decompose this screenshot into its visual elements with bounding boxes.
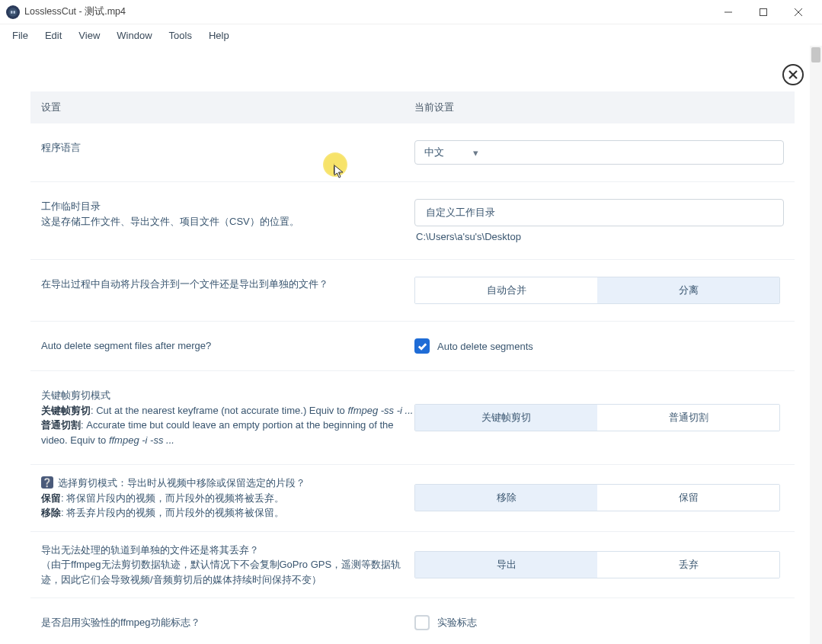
settings-panel: 设置 当前设置 程序语言 中文 ▾ 工作临时目录 这是存储工作文件、导出文件、项… <box>30 91 795 644</box>
keyframe-opt-normal[interactable]: 普通切割 <box>597 405 779 431</box>
header-current-label: 当前设置 <box>414 101 788 114</box>
keyframe-bold1: 关键帧剪切 <box>41 405 91 416</box>
extract-label: 导出无法处理的轨道到单独的文件还是将其丢弃？ <box>41 543 414 558</box>
keyframe-heading: 关键帧剪切模式 <box>41 388 414 403</box>
keyframe-italic2: ffmpeg -i -ss ... <box>109 434 174 446</box>
app-icon <box>6 5 20 19</box>
autodelete-checkbox[interactable] <box>414 338 430 354</box>
menu-bar: File Edit View Window Tools Help <box>0 24 822 46</box>
autodelete-label: Auto delete segment files after merge? <box>41 338 414 354</box>
row-extract: 导出无法处理的轨道到单独的文件还是将其丢弃？ （由于ffmpeg无法剪切数据轨迹… <box>30 532 795 599</box>
chevron-down-icon: ▾ <box>473 147 478 159</box>
row-cutmode: ❔ 选择剪切模式：导出时从视频中移除或保留选定的片段？ 保留: 将保留片段内的视… <box>30 465 795 532</box>
workdir-button[interactable]: 自定义工作目录 <box>414 199 784 226</box>
header-settings-label: 设置 <box>41 101 414 114</box>
language-select[interactable]: 中文 ▾ <box>414 140 784 165</box>
language-label: 程序语言 <box>41 140 414 155</box>
window-controls <box>711 1 816 24</box>
row-automerge: 在导出过程中自动将片段合并到一个文件还是导出到单独的文件？ 自动合并 分离 <box>30 260 795 322</box>
row-language: 程序语言 中文 ▾ <box>30 123 795 182</box>
automerge-opt-separate[interactable]: 分离 <box>597 277 779 303</box>
maximize-button[interactable] <box>746 1 781 24</box>
menu-help[interactable]: Help <box>201 27 237 44</box>
cutmode-opt-remove[interactable]: 移除 <box>415 485 597 511</box>
settings-header: 设置 当前设置 <box>30 91 795 123</box>
workdir-label: 工作临时目录 <box>41 199 414 214</box>
cutmode-bold2: 移除 <box>41 507 61 518</box>
workdir-desc: 这是存储工作文件、导出文件、项目文件（CSV）的位置。 <box>41 214 414 229</box>
automerge-label: 在导出过程中自动将片段合并到一个文件还是导出到单独的文件？ <box>41 277 414 292</box>
workdir-path: C:\Users\a'su's\Desktop <box>414 231 784 242</box>
cutmode-text2: : 将丢弃片段内的视频，而片段外的视频将被保留。 <box>61 507 284 518</box>
menu-view[interactable]: View <box>71 27 107 44</box>
extract-desc: （由于ffmpeg无法剪切数据轨迹，默认情况下不会复制GoPro GPS，遥测等… <box>41 557 414 587</box>
keyframe-opt-keyframe[interactable]: 关键帧剪切 <box>415 405 597 431</box>
extract-opt-discard[interactable]: 丢弃 <box>597 552 779 578</box>
title-bar: LosslessCut - 测试.mp4 <box>0 0 822 24</box>
experimental-checkbox[interactable] <box>414 615 430 630</box>
menu-window[interactable]: Window <box>109 27 159 44</box>
row-autodelete: Auto delete segment files after merge? A… <box>30 322 795 371</box>
close-button[interactable] <box>781 1 816 24</box>
window-title: LosslessCut - 测试.mp4 <box>24 5 126 18</box>
help-icon[interactable]: ❔ <box>41 476 53 489</box>
svg-rect-2 <box>14 11 15 14</box>
row-experimental: 是否启用实验性的ffmpeg功能标志？ 实验标志 <box>30 598 795 644</box>
cutmode-toggle: 移除 保留 <box>414 484 780 511</box>
keyframe-text2: : Accurate time but could leave an empty… <box>41 419 393 446</box>
workdir-button-label: 自定义工作目录 <box>426 206 495 219</box>
close-settings-button[interactable] <box>782 64 804 85</box>
cutmode-text1: : 将保留片段内的视频，而片段外的视频将被丢弃。 <box>61 492 284 504</box>
scrollbar[interactable] <box>810 46 822 644</box>
keyframe-bold2: 普通切割 <box>41 419 81 431</box>
extract-toggle: 导出 丢弃 <box>414 551 780 578</box>
cutmode-bold1: 保留 <box>41 492 61 504</box>
row-keyframe: 关键帧剪切模式 关键帧剪切: Cut at the nearest keyfra… <box>30 371 795 465</box>
automerge-toggle: 自动合并 分离 <box>414 277 780 304</box>
svg-point-0 <box>8 8 18 17</box>
menu-tools[interactable]: Tools <box>162 27 200 44</box>
svg-rect-4 <box>760 8 767 15</box>
minimize-button[interactable] <box>711 1 746 24</box>
row-workdir: 工作临时目录 这是存储工作文件、导出文件、项目文件（CSV）的位置。 自定义工作… <box>30 182 795 260</box>
menu-edit[interactable]: Edit <box>37 27 69 44</box>
experimental-checkbox-label: 实验标志 <box>437 616 477 630</box>
cutmode-opt-keep[interactable]: 保留 <box>597 485 779 511</box>
keyframe-toggle: 关键帧剪切 普通切割 <box>414 404 780 431</box>
keyframe-italic1: ffmpeg -ss -i ... <box>347 405 413 416</box>
extract-opt-extract[interactable]: 导出 <box>415 552 597 578</box>
menu-file[interactable]: File <box>5 27 36 44</box>
autodelete-checkbox-label: Auto delete segments <box>437 341 533 352</box>
cutmode-heading: 选择剪切模式：导出时从视频中移除或保留选定的片段？ <box>58 477 305 489</box>
language-value: 中文 <box>424 146 444 159</box>
experimental-label: 是否启用实验性的ffmpeg功能标志？ <box>41 615 414 630</box>
svg-rect-1 <box>11 11 12 14</box>
keyframe-text1: : Cut at the nearest keyframe (not accur… <box>91 405 347 416</box>
automerge-opt-merge[interactable]: 自动合并 <box>415 277 597 303</box>
scrollbar-thumb[interactable] <box>811 47 820 62</box>
